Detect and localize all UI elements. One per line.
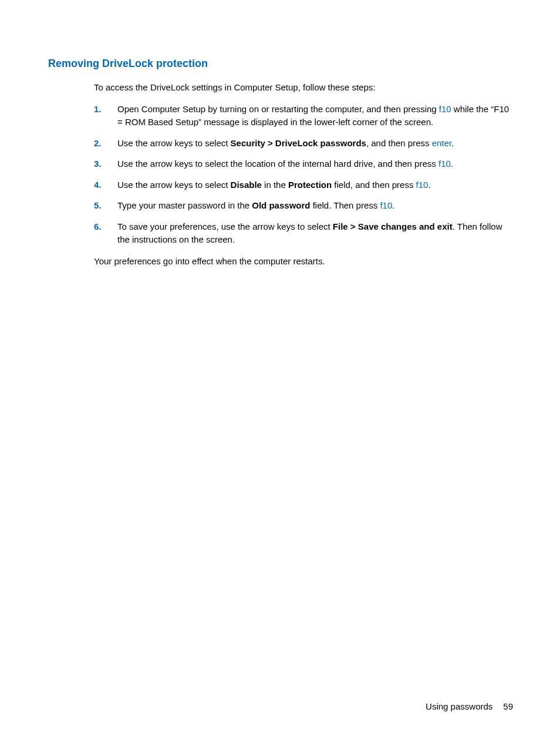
step-number: 3. xyxy=(94,157,102,171)
key-reference: enter xyxy=(432,138,451,148)
step-number: 4. xyxy=(94,179,102,192)
footer-section-name: Using passwords xyxy=(426,701,492,711)
step-text: Open Computer Setup by turning on or res… xyxy=(117,104,509,127)
closing-paragraph: Your preferences go into effect when the… xyxy=(94,255,513,268)
key-reference: f10 xyxy=(438,159,451,169)
footer-page-number: 59 xyxy=(503,701,513,711)
step-text: Use the arrow keys to select Security > … xyxy=(117,138,454,148)
bold-text: File > Save changes and exit xyxy=(333,221,453,231)
page-footer: Using passwords59 xyxy=(426,700,513,714)
step-item: 2.Use the arrow keys to select Security … xyxy=(94,137,513,150)
step-text: Use the arrow keys to select the locatio… xyxy=(117,159,453,169)
steps-list: 1.Open Computer Setup by turning on or r… xyxy=(94,103,513,247)
section-heading: Removing DriveLock protection xyxy=(48,56,513,72)
step-item: 3.Use the arrow keys to select the locat… xyxy=(94,157,513,171)
step-item: 5.Type your master password in the Old p… xyxy=(94,199,513,213)
step-number: 2. xyxy=(94,137,102,150)
step-item: 6.To save your preferences, use the arro… xyxy=(94,220,513,247)
intro-paragraph: To access the DriveLock settings in Comp… xyxy=(94,81,513,95)
bold-text: Security > DriveLock passwords xyxy=(231,138,366,148)
bold-text: Protection xyxy=(288,180,332,190)
step-number: 5. xyxy=(94,199,102,213)
key-reference: f10 xyxy=(380,200,392,210)
key-reference: f10 xyxy=(416,180,429,190)
step-text: Use the arrow keys to select Disable in … xyxy=(117,180,431,190)
step-item: 4.Use the arrow keys to select Disable i… xyxy=(94,179,513,192)
step-number: 6. xyxy=(94,220,102,234)
key-reference: f10 xyxy=(439,104,451,114)
step-number: 1. xyxy=(94,103,102,116)
step-text: To save your preferences, use the arrow … xyxy=(117,221,502,245)
step-item: 1.Open Computer Setup by turning on or r… xyxy=(94,103,513,129)
step-text: Type your master password in the Old pas… xyxy=(117,200,394,210)
bold-text: Old password xyxy=(252,200,310,210)
bold-text: Disable xyxy=(231,180,262,190)
page-content: Removing DriveLock protection To access … xyxy=(0,0,560,268)
